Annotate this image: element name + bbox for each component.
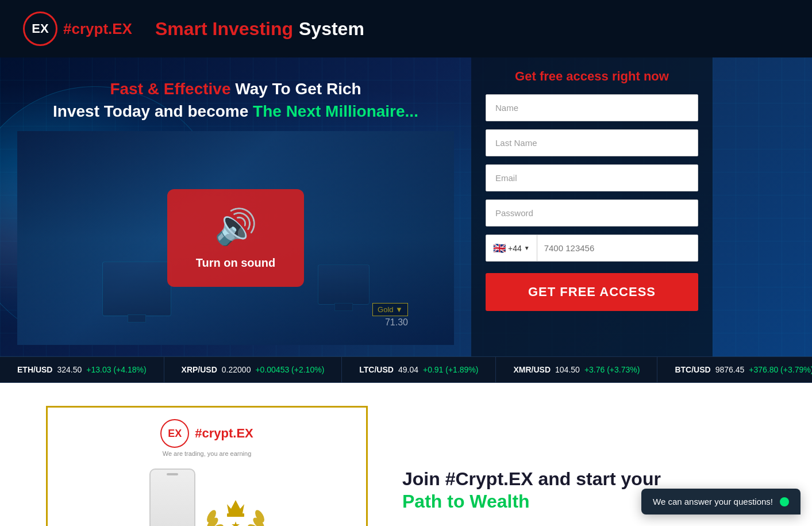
ticker-price: 49.04	[398, 365, 418, 374]
ticker-change: +13.03 (+4.18%)	[86, 365, 146, 374]
ticker-item: XRP/USD 0.22000 +0.00453 (+2.10%)	[164, 356, 342, 383]
ticker-bar: ETH/USD 324.50 +13.03 (+4.18%) XRP/USD 0…	[0, 356, 812, 383]
ticker-change: +0.91 (+1.89%)	[423, 365, 479, 374]
video-container[interactable]: Gold ▼ 71.30 🔊 Turn on sound	[17, 131, 454, 345]
ticker-price: 324.50	[57, 365, 82, 374]
chat-dot	[780, 497, 789, 506]
join-title: Join #Crypt.EX and start your	[402, 467, 766, 492]
email-input[interactable]	[486, 164, 698, 191]
headline-part1: Fast & Effective	[110, 80, 230, 98]
tagline-system: System	[299, 18, 364, 40]
phone-mockup	[149, 469, 195, 526]
bottom-logo-row: EX #crypt.EX	[160, 419, 253, 448]
logo-text: #crypt.EX	[63, 20, 132, 38]
form-title: Get free access right now	[486, 69, 698, 84]
headline-part2: Way To Get Rich	[230, 80, 361, 98]
svg-marker-6	[227, 500, 244, 513]
ticker-change: +376.80 (+3.79%)	[749, 365, 812, 374]
bottom-logo-bold: EX	[236, 426, 253, 440]
bottom-visuals: ★	[149, 469, 264, 526]
ticker-item: BTC/USD 9876.45 +376.80 (+3.79%)	[657, 356, 812, 383]
ticker-pair: LTC/USD	[359, 365, 394, 374]
ticker-pair: ETH/USD	[17, 365, 52, 374]
logo-name-bold: EX	[112, 20, 132, 37]
sound-overlay-button[interactable]: 🔊 Turn on sound	[167, 189, 305, 287]
svg-text:★: ★	[231, 520, 240, 526]
lastname-input[interactable]	[486, 129, 698, 156]
hero-section: Fast & Effective Way To Get Rich Invest …	[0, 57, 812, 356]
cta-button[interactable]: GET FREE ACCESS	[486, 273, 698, 311]
ticker-item: ETH/USD 324.50 +13.03 (+4.18%)	[0, 356, 164, 383]
phone-flag-selector[interactable]: 🇬🇧 +44 ▼	[486, 235, 537, 261]
monitor-2	[318, 264, 370, 305]
sound-icon: 🔊	[214, 206, 257, 247]
ticker-change: +0.00453 (+2.10%)	[255, 365, 324, 374]
ticker-price: 9876.45	[715, 365, 745, 374]
bottom-tagline: We are trading, you are earning	[163, 450, 252, 457]
ticker-item: XMR/USD 104.50 +3.76 (+3.73%)	[496, 356, 657, 383]
chat-bubble[interactable]: We can answer your questions!	[641, 489, 801, 515]
sound-label: Turn on sound	[196, 256, 276, 270]
dropdown-arrow-icon: ▼	[524, 245, 530, 251]
nav-tagline: Smart Investing System	[155, 18, 364, 40]
ticker-price: 104.50	[555, 365, 580, 374]
bottom-left-panel: EX #crypt.EX We are trading, you are ear…	[46, 406, 368, 526]
award-emblem: ★	[207, 497, 264, 526]
bottom-logo-text: #crypt.EX	[195, 426, 253, 441]
chat-label: We can answer your questions!	[653, 497, 773, 506]
ticker-track: ETH/USD 324.50 +13.03 (+4.18%) XRP/USD 0…	[0, 356, 812, 383]
gold-label: Gold ▼	[372, 303, 408, 316]
phone-input[interactable]	[537, 235, 698, 261]
ticker-pair: XMR/USD	[513, 365, 551, 374]
password-input[interactable]	[486, 199, 698, 226]
hero-left: Fast & Effective Way To Get Rich Invest …	[0, 57, 471, 356]
flag-icon: 🇬🇧	[493, 242, 506, 255]
ticker-pair: BTC/USD	[675, 365, 710, 374]
phone-row: 🇬🇧 +44 ▼	[486, 235, 698, 262]
header: EX #crypt.EX Smart Investing System	[0, 0, 812, 57]
price-label: 71.30	[385, 317, 408, 328]
bottom-logo-circle: EX	[160, 419, 189, 448]
ticker-price: 0.22000	[222, 365, 251, 374]
tagline-smart: Smart Investing	[155, 18, 293, 40]
registration-form: Get free access right now 🇬🇧 +44 ▼ GET F…	[471, 57, 713, 356]
name-input[interactable]	[486, 94, 698, 121]
hero-content: Fast & Effective Way To Get Rich Invest …	[0, 57, 812, 356]
country-code: +44	[508, 244, 522, 253]
ticker-change: +3.76 (+3.73%)	[584, 365, 640, 374]
hero-headline: Fast & Effective Way To Get Rich Invest …	[17, 69, 454, 131]
monitor-1	[102, 262, 171, 316]
svg-rect-7	[227, 513, 244, 517]
logo-container[interactable]: EX #crypt.EX	[23, 11, 132, 46]
headline-part4: The Next Millionaire...	[253, 102, 418, 120]
logo-letters: EX	[32, 21, 48, 36]
headline-part3: Invest Today and become	[53, 102, 253, 120]
logo-name: #crypt.	[63, 20, 112, 37]
bottom-logo-prefix: #crypt.	[195, 426, 236, 440]
logo-circle: EX	[23, 11, 57, 46]
ticker-pair: XRP/USD	[182, 365, 217, 374]
ticker-item: LTC/USD 49.04 +0.91 (+1.89%)	[342, 356, 496, 383]
